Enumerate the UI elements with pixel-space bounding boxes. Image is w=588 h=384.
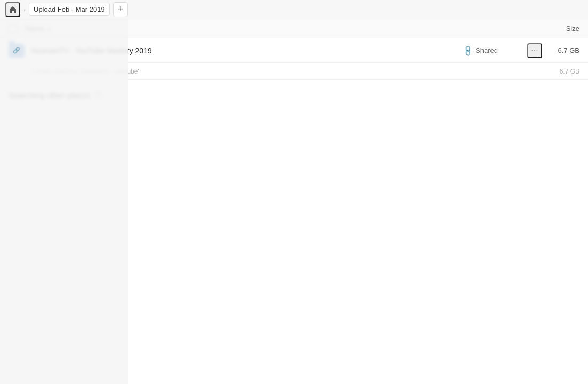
file-icon-wrap: 🔗 xyxy=(9,44,26,58)
breadcrumb-title: Upload Feb - Mar 2019 xyxy=(29,3,110,16)
column-header: Name ▲ Size xyxy=(0,19,588,38)
select-all-checkbox[interactable] xyxy=(9,25,26,33)
summary-size: 6.7 GB xyxy=(542,68,579,75)
sort-arrow-icon: ▲ xyxy=(46,26,52,31)
name-label: Name xyxy=(26,25,44,33)
size-column-header: Size xyxy=(537,25,579,33)
shared-label: Shared xyxy=(476,46,498,54)
link-symbol-icon: 🔗 xyxy=(13,47,20,54)
add-button[interactable]: + xyxy=(113,2,128,17)
file-row[interactable]: 🔗 HoomanTV - YouTube Mastery 2019 🔗 Shar… xyxy=(0,38,588,63)
breadcrumb-separator: › xyxy=(23,6,26,13)
folder-icon: 🔗 xyxy=(9,44,25,58)
checkbox[interactable] xyxy=(9,25,17,33)
home-button[interactable] xyxy=(5,2,20,17)
name-column-header[interactable]: Name ▲ xyxy=(26,25,537,33)
top-bar: › Upload Feb - Mar 2019 + xyxy=(0,0,588,19)
shared-area: 🔗 Shared xyxy=(463,46,527,55)
loading-spinner-icon xyxy=(94,92,102,99)
summary-text: 1 folder matches 'hoomantv - youtube' xyxy=(31,68,542,75)
searching-label: Searching other places xyxy=(9,91,90,100)
file-size: 6.7 GB xyxy=(542,46,579,54)
more-options-button[interactable]: ··· xyxy=(527,43,542,58)
share-link-icon: 🔗 xyxy=(462,44,474,57)
file-name: HoomanTV - YouTube Mastery 2019 xyxy=(26,46,463,55)
searching-title: Searching other places xyxy=(9,91,579,100)
summary-row: 1 folder matches 'hoomantv - youtube' 6.… xyxy=(0,63,588,80)
searching-section: Searching other places xyxy=(0,80,588,110)
